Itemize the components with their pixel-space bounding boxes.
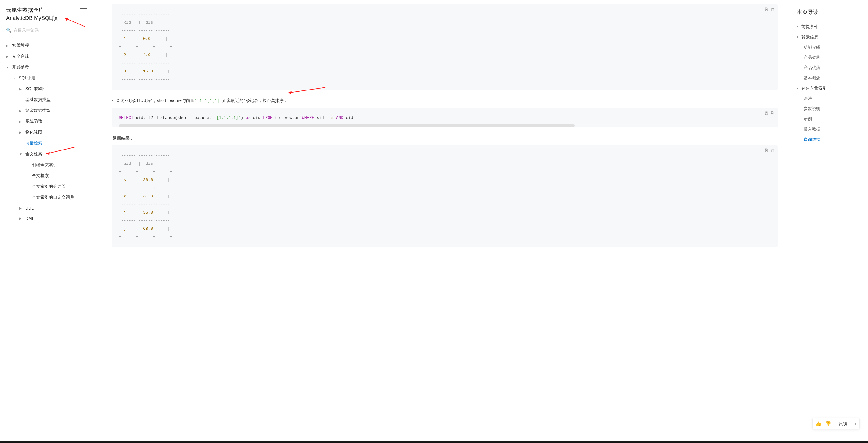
nav-item-label: 安全合规 bbox=[12, 54, 29, 59]
nav-item-10[interactable]: ▼全文检索 bbox=[6, 149, 87, 159]
nav-item-5[interactable]: 基础数据类型 bbox=[6, 94, 87, 105]
result-table-1-pre: +------+------+------+ | xid | dis | +--… bbox=[119, 10, 770, 90]
copy-icon[interactable]: ⧉ bbox=[771, 110, 774, 116]
wrap-icon[interactable]: ⎘ bbox=[765, 110, 768, 116]
nav-item-6[interactable]: ▶复杂数据类型 bbox=[6, 105, 87, 116]
copy-icon[interactable]: ⧉ bbox=[771, 148, 774, 153]
sql-query-pre: SELECT uid, l2_distance(short_feature, '… bbox=[119, 114, 770, 124]
result-table-1: ⎘ ⧉ +------+------+------+ | xid | dis |… bbox=[112, 4, 778, 90]
divider bbox=[835, 421, 835, 426]
toc-item-11[interactable]: 查询数据 bbox=[797, 135, 861, 145]
product-title: 云原生数据仓库 AnalyticDB MySQL版 bbox=[6, 6, 58, 22]
sql-query-block: ⎘ ⧉ SELECT uid, l2_distance(short_featur… bbox=[112, 108, 778, 127]
toc-item-5[interactable]: 基本概念 bbox=[797, 73, 861, 83]
nav-item-7[interactable]: ▶系统函数 bbox=[6, 116, 87, 127]
nav-item-label: 系统函数 bbox=[25, 119, 42, 124]
nav-item-16[interactable]: ▶DML bbox=[6, 213, 87, 224]
divider bbox=[851, 421, 851, 426]
toc-item-8[interactable]: 参数说明 bbox=[797, 104, 861, 114]
product-title-line1: 云原生数据仓库 bbox=[6, 6, 58, 14]
os-taskbar bbox=[0, 441, 868, 443]
wrap-icon[interactable]: ⎘ bbox=[765, 7, 768, 12]
product-title-line2: AnalyticDB MySQL版 bbox=[6, 14, 58, 22]
nav-item-12[interactable]: 全文检索 bbox=[6, 170, 87, 181]
nav-item-14[interactable]: 全文索引的自定义词典 bbox=[6, 192, 87, 203]
nav-item-label: SQL兼容性 bbox=[25, 86, 46, 92]
nav-item-label: 全文索引的自定义词典 bbox=[32, 195, 74, 200]
caret-icon: ▼ bbox=[6, 66, 10, 69]
caret-icon: ▶ bbox=[6, 44, 10, 47]
nav-item-label: DDL bbox=[25, 206, 34, 210]
left-sidebar: 云原生数据仓库 AnalyticDB MySQL版 🔍 ▶实践教程▶安全合规▼开… bbox=[0, 0, 93, 443]
search-icon: 🔍 bbox=[6, 28, 11, 33]
nav-item-label: 实践教程 bbox=[12, 43, 29, 48]
caret-icon: ▼ bbox=[19, 153, 24, 156]
nav-item-8[interactable]: ▶物化视图 bbox=[6, 127, 87, 138]
result-table-2-pre: +------+------+------+ | uid | dis | +--… bbox=[119, 151, 770, 247]
nav-item-label: 全文检索 bbox=[32, 173, 49, 179]
nav-item-label: SQL手册 bbox=[19, 76, 36, 81]
caret-icon bbox=[26, 185, 30, 188]
caret-icon bbox=[19, 98, 24, 101]
caret-icon: ▼ bbox=[13, 77, 17, 80]
nav-item-4[interactable]: ▶SQL兼容性 bbox=[6, 84, 87, 94]
nav-item-9[interactable]: 向量检索 bbox=[6, 138, 87, 149]
toc-item-1[interactable]: 背景信息 bbox=[797, 32, 861, 42]
toc-item-6[interactable]: 创建向量索引 bbox=[797, 83, 861, 93]
nav-item-label: 开发参考 bbox=[12, 64, 29, 70]
nav-item-label: 全文索引的分词器 bbox=[32, 184, 66, 189]
nav-item-15[interactable]: ▶DDL bbox=[6, 203, 87, 213]
horizontal-scrollbar[interactable] bbox=[119, 124, 575, 127]
caret-icon: ▶ bbox=[19, 109, 24, 113]
nav-item-0[interactable]: ▶实践教程 bbox=[6, 40, 87, 51]
hamburger-icon[interactable] bbox=[81, 8, 87, 13]
nav-item-3[interactable]: ▼SQL手册 bbox=[6, 73, 87, 84]
nav-item-label: 物化视图 bbox=[25, 130, 42, 135]
thumbs-up-icon[interactable]: 👍 bbox=[815, 421, 822, 426]
nav-item-11[interactable]: 创建全文索引 bbox=[6, 159, 87, 170]
caret-icon bbox=[26, 174, 30, 178]
thumbs-down-icon[interactable]: 👎 bbox=[825, 421, 831, 426]
toc-item-0[interactable]: 前提条件 bbox=[797, 22, 861, 32]
caret-icon: ▶ bbox=[19, 120, 24, 123]
nav-item-13[interactable]: 全文索引的分词器 bbox=[6, 181, 87, 192]
caret-icon: ▶ bbox=[19, 207, 24, 210]
svg-marker-5 bbox=[288, 91, 292, 94]
nav-item-label: 全文检索 bbox=[25, 151, 42, 157]
caret-icon bbox=[19, 142, 24, 145]
result-table-2: ⎘ ⧉ +------+------+------+ | uid | dis |… bbox=[112, 145, 778, 247]
caret-icon: ▶ bbox=[6, 55, 10, 58]
caret-icon bbox=[26, 164, 30, 167]
toc-item-3[interactable]: 产品架构 bbox=[797, 53, 861, 63]
nav-tree: ▶实践教程▶安全合规▼开发参考▼SQL手册▶SQL兼容性 基础数据类型▶复杂数据… bbox=[6, 40, 87, 224]
wrap-icon[interactable]: ⎘ bbox=[765, 148, 768, 153]
sidebar-search[interactable]: 🔍 bbox=[6, 28, 87, 35]
right-toc: 本页导读 前提条件背景信息功能介绍产品架构产品优势基本概念创建向量索引语法参数说… bbox=[789, 0, 868, 443]
caret-icon: ▶ bbox=[19, 217, 24, 220]
toc-item-10[interactable]: 插入数据 bbox=[797, 124, 861, 135]
nav-item-label: 基础数据类型 bbox=[25, 97, 51, 102]
main-content: ⎘ ⧉ +------+------+------+ | xid | dis |… bbox=[93, 0, 789, 443]
toc-item-9[interactable]: 示例 bbox=[797, 114, 861, 124]
nav-item-label: 复杂数据类型 bbox=[25, 108, 51, 113]
feedback-widget: 👍 👎 反馈 › bbox=[812, 418, 860, 429]
copy-icon[interactable]: ⧉ bbox=[771, 7, 774, 12]
feedback-label[interactable]: 反馈 bbox=[839, 421, 847, 426]
inline-vector-literal: '[1,1,1,1]' bbox=[194, 98, 222, 103]
nav-item-2[interactable]: ▼开发参考 bbox=[6, 62, 87, 73]
toc-item-2[interactable]: 功能介绍 bbox=[797, 42, 861, 53]
toc-item-7[interactable]: 语法 bbox=[797, 93, 861, 104]
caret-icon bbox=[26, 196, 30, 199]
nav-item-label: DML bbox=[25, 216, 34, 221]
query-description: 查询xid为5且cid为4，short_feature与向量 '[1,1,1,1… bbox=[112, 98, 778, 104]
nav-item-label: 向量检索 bbox=[25, 141, 42, 146]
sidebar-search-input[interactable] bbox=[13, 28, 87, 33]
toc-title: 本页导读 bbox=[797, 8, 861, 16]
caret-icon: ▶ bbox=[19, 87, 24, 91]
caret-icon: ▶ bbox=[19, 131, 24, 134]
chevron-right-icon[interactable]: › bbox=[855, 421, 856, 426]
nav-item-1[interactable]: ▶安全合规 bbox=[6, 51, 87, 62]
result-label: 返回结果： bbox=[113, 136, 778, 141]
nav-item-label: 创建全文索引 bbox=[32, 162, 57, 168]
toc-item-4[interactable]: 产品优势 bbox=[797, 63, 861, 73]
